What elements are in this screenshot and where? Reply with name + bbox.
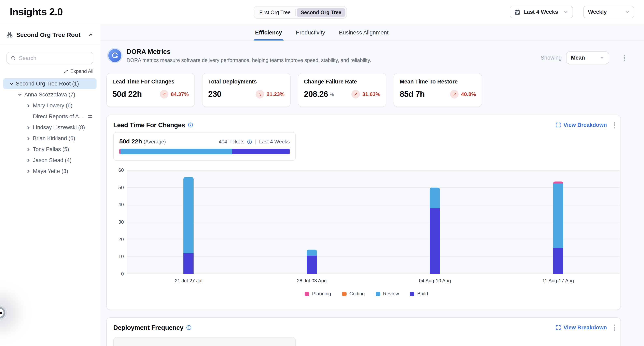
chevron-right-icon[interactable] (26, 136, 30, 140)
bar-segment-planning[interactable] (553, 181, 563, 183)
sidebar-item-mary-lowery-6[interactable]: Mary Lowery (6) (3, 100, 96, 111)
chevron-right-icon[interactable] (26, 147, 30, 151)
tabs: EfficiencyProductivityBusiness Alignment (50, 24, 594, 40)
metric-card-value: 208.26 (304, 90, 328, 99)
org-tree-icon (6, 31, 12, 37)
legend-item-coding[interactable]: Coding (342, 291, 365, 297)
view-breakdown-link[interactable]: View Breakdown (556, 122, 607, 128)
granularity-select[interactable]: Weekly (583, 6, 634, 18)
tab-productivity[interactable]: Productivity (296, 24, 325, 40)
chart-gridline (127, 256, 620, 257)
y-axis-tick-label: 40 (113, 202, 124, 208)
legend-item-review[interactable]: Review (376, 291, 399, 297)
chevron-right-icon[interactable] (26, 125, 30, 130)
org-tree-toggle-second-org-tree[interactable]: Second Org Tree (297, 8, 345, 17)
info-icon[interactable] (188, 123, 193, 128)
legend-label: Planning (312, 291, 331, 297)
date-range-select[interactable]: Last 4 Weeks (510, 6, 573, 18)
lead-time-panel-header: Lead Time For Changes View Breakdown (113, 121, 616, 130)
metric-card-change-failure-rate: Change Failure Rate208.26%↗31.63% (298, 73, 386, 107)
metric-value-row: 230↘21.23% (208, 90, 284, 99)
metric-card-unit: % (330, 91, 334, 97)
chevron-right-icon[interactable] (26, 104, 30, 108)
date-range-value: Last 4 Weeks (524, 9, 558, 15)
trend-badge: ↘21.23% (256, 90, 284, 98)
main-content: EfficiencyProductivityBusiness Alignment… (100, 24, 644, 346)
bar-segment-review[interactable] (184, 177, 194, 253)
calendar-icon (514, 9, 520, 15)
app-title: Insights 2.0 (10, 6, 63, 18)
tab-business-alignment[interactable]: Business Alignment (339, 24, 388, 40)
x-axis-tick-label: 21 Jul-27 Jul (127, 278, 250, 284)
org-tree-toggle-first-org-tree[interactable]: First Org Tree (255, 8, 294, 17)
y-axis-tick-label: 10 (113, 254, 124, 260)
deployment-menu-button[interactable] (612, 323, 616, 332)
tree-item-label: Second Org Tree Root (1) (16, 81, 79, 87)
lead-time-panel: Lead Time For Changes View Breakdown 50d… (106, 115, 621, 310)
bar-segment-build[interactable] (430, 208, 440, 274)
tab-efficiency[interactable]: Efficiency (255, 24, 282, 40)
chevron-down-icon[interactable] (9, 82, 14, 86)
chevron-right-icon[interactable] (26, 169, 30, 173)
filter-sliders-icon[interactable] (87, 114, 92, 119)
summary-meta: 404 Tickets | Last 4 Weeks (219, 139, 290, 145)
trend-value: 40.8% (461, 91, 476, 97)
aggregation-select[interactable]: Mean (566, 51, 609, 64)
legend-swatch-review (376, 292, 380, 296)
sidebar-item-lindsay-liszewski-8[interactable]: Lindsay Liszewski (8) (3, 122, 96, 133)
search-input-wrap (6, 52, 93, 64)
chevron-right-icon[interactable] (26, 158, 30, 162)
lead-time-menu-button[interactable] (612, 121, 616, 130)
trend-badge: ↗31.63% (352, 90, 380, 98)
view-breakdown-label: View Breakdown (564, 325, 607, 331)
legend-label: Coding (350, 291, 365, 297)
chevron-down-icon[interactable] (18, 93, 22, 97)
legend-item-build[interactable]: Build (410, 291, 428, 297)
x-axis-tick-label: 11 Aug-17 Aug (496, 278, 620, 284)
metric-value-row: 85d 7h↗40.8% (400, 90, 476, 99)
legend-item-planning[interactable]: Planning (305, 291, 331, 297)
trend-value: 84.37% (171, 91, 189, 97)
sidebar-item-tony-pallas-5[interactable]: Tony Pallas (5) (3, 144, 96, 155)
view-breakdown-link[interactable]: View Breakdown (556, 325, 607, 331)
search-input[interactable] (19, 55, 89, 61)
summary-suffix: (Average) (144, 139, 166, 145)
bar-segment-review[interactable] (553, 183, 563, 248)
expand-all-button[interactable]: Expand All (0, 64, 100, 76)
info-icon[interactable] (186, 325, 192, 331)
trend-down-arrow-icon: ↘ (256, 90, 264, 98)
sidebar-item-second-org-tree-root-1[interactable]: Second Org Tree Root (1) (3, 78, 96, 89)
legend-label: Review (383, 291, 399, 297)
metric-card-lead-time-for-changes: Lead Time For Changes50d 22h↗84.37% (106, 73, 195, 107)
legend-swatch-coding (342, 292, 346, 296)
bar-segment-review[interactable] (430, 187, 440, 208)
dora-header-text: DORA Metrics DORA metrics measure softwa… (126, 48, 371, 63)
trend-up-arrow-icon: ↗ (450, 90, 458, 98)
trend-up-arrow-icon: ↗ (352, 90, 360, 98)
bar-segment-review[interactable] (307, 250, 317, 256)
metric-card-value: 230 (208, 90, 221, 99)
sidebar-collapse-button[interactable] (88, 32, 93, 37)
legend-swatch-planning (305, 292, 309, 296)
sidebar-item-anna-scozzafava-7[interactable]: Anna Scozzafava (7) (3, 89, 96, 100)
bar-segment-build[interactable] (553, 248, 563, 274)
chevron-down-icon (600, 55, 604, 60)
trend-up-arrow-icon: ↗ (160, 90, 168, 98)
sidebar-title: Second Org Tree Root (16, 31, 80, 38)
dora-menu-button[interactable] (622, 53, 626, 62)
chart-gridline (127, 239, 620, 239)
trend-badge: ↗84.37% (160, 90, 189, 98)
sidebar-item-direct-reports-of-a[interactable]: Direct Reports of A... (3, 111, 96, 122)
sidebar-item-maya-yette-3[interactable]: Maya Yette (3) (3, 166, 96, 177)
phase-segment-review (121, 149, 232, 154)
showing-control: Showing Mean (540, 51, 609, 64)
sidebar-item-jason-stead-4[interactable]: Jason Stead (4) (3, 155, 96, 166)
metric-card-mean-time-to-restore: Mean Time To Restore85d 7h↗40.8% (394, 73, 482, 107)
info-icon[interactable] (247, 139, 252, 144)
toggle-divider (296, 9, 296, 15)
bar-segment-build[interactable] (307, 256, 317, 274)
lead-time-chart: PlanningCodingReviewBuild 01020304050602… (113, 167, 620, 303)
sidebar-item-brian-kirkland-6[interactable]: Brian Kirkland (6) (3, 133, 96, 144)
y-axis-tick-label: 50 (113, 184, 124, 190)
bar-segment-build[interactable] (184, 253, 194, 274)
